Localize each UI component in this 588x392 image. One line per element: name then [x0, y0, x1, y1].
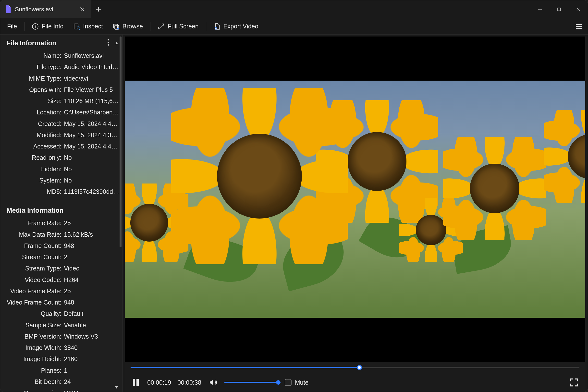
fullscreen-button[interactable]: Full Screen: [153, 21, 203, 32]
info-value: Variable: [64, 321, 120, 330]
info-value: 15.62 kB/s: [64, 230, 120, 239]
info-key: Frame Rate:: [0, 218, 62, 227]
info-value: May 15, 2024 4:40 PM: [64, 142, 120, 151]
maximize-button[interactable]: [550, 0, 569, 18]
letterbox: [125, 36, 585, 80]
video-content: [125, 80, 585, 318]
info-row: Image Width:3840: [0, 342, 122, 353]
info-value: Windows V3: [64, 332, 120, 341]
info-key: Compression:: [0, 388, 62, 392]
file-info-button[interactable]: File Info: [28, 21, 68, 32]
info-value: May 15, 2024 4:40 PM: [64, 119, 120, 128]
inspect-button[interactable]: Inspect: [69, 21, 107, 32]
player-controls: 00:00:19 00:00:38 Mute: [125, 373, 585, 392]
document-tab[interactable]: Sunflowers.avi: [0, 0, 91, 18]
info-key: Sample Size:: [0, 321, 62, 330]
volume-icon[interactable]: [208, 377, 218, 388]
close-button[interactable]: [569, 0, 588, 18]
info-key: Read-only:: [0, 153, 62, 162]
info-key: MIME Type:: [0, 74, 62, 83]
svg-point-11: [108, 42, 109, 43]
info-key: File type:: [0, 62, 62, 71]
titlebar: Sunflowers.avi: [0, 0, 588, 18]
info-row: Modified:May 15, 2024 4:39 PM: [0, 129, 122, 141]
info-key: Image Width:: [0, 343, 62, 352]
info-value: Sunflowers.avi: [64, 51, 120, 60]
info-row: Planes:1: [0, 365, 122, 376]
current-time: 00:00:19: [147, 379, 171, 386]
info-row: MD5:1113f57c42390dd1be811…: [0, 186, 122, 197]
section-title: Media Information: [6, 207, 64, 214]
info-key: Hidden:: [0, 165, 62, 174]
seek-handle[interactable]: [357, 365, 362, 370]
export-icon: [214, 23, 220, 30]
volume-fill: [224, 382, 278, 383]
info-key: Modified:: [0, 130, 62, 140]
seek-bar[interactable]: [130, 367, 580, 368]
info-row: Quality:Default: [0, 308, 122, 319]
info-row: Hidden:No: [0, 164, 122, 175]
info-row: Bit Depth:24: [0, 376, 122, 387]
toolbar-separator: [206, 22, 206, 31]
file-rows: Name:Sunflowers.aviFile type:Audio Video…: [0, 50, 122, 197]
new-tab-button[interactable]: [91, 0, 106, 18]
info-key: Video Frame Rate:: [0, 287, 62, 296]
info-value: No: [64, 165, 120, 174]
volume-handle[interactable]: [276, 380, 280, 385]
mute-control[interactable]: Mute: [285, 379, 309, 386]
expand-fullscreen-button[interactable]: [569, 377, 580, 388]
info-key: Name:: [0, 51, 62, 60]
svg-rect-13: [133, 379, 135, 386]
file-information-section: File Information Name:Sunflowers.aviFile…: [0, 34, 122, 202]
menu-button[interactable]: [572, 24, 585, 29]
tab-close-button[interactable]: [79, 6, 86, 13]
info-row: Video Frame Rate:25: [0, 286, 122, 297]
scroll-up-icon[interactable]: [115, 40, 118, 47]
info-value: Audio Video Interleave Fil…: [64, 62, 120, 71]
info-key: Created:: [0, 119, 62, 128]
more-icon[interactable]: [107, 39, 109, 48]
svg-rect-0: [558, 8, 560, 11]
minimize-button[interactable]: [530, 0, 550, 18]
info-value: 25: [64, 218, 120, 227]
info-value: No: [64, 176, 120, 185]
info-value: 24: [64, 377, 120, 386]
fullscreen-label: Full Screen: [168, 23, 198, 30]
info-row: Frame Rate:25: [0, 217, 122, 228]
info-row: MIME Type:video/avi: [0, 73, 122, 84]
volume-slider[interactable]: [224, 382, 278, 383]
info-row: Size:110.26 MB (115,618,362 b…: [0, 95, 122, 106]
duration-time: 00:00:38: [178, 379, 201, 386]
browse-button[interactable]: Browse: [108, 21, 147, 32]
info-key: Max Data Rate:: [0, 230, 62, 239]
svg-point-12: [108, 44, 109, 46]
info-row: System:No: [0, 175, 122, 186]
info-value: File Viewer Plus 5: [64, 85, 120, 94]
info-value: 1113f57c42390dd1be811…: [64, 187, 120, 196]
video-viewer: 00:00:19 00:00:38 Mute: [125, 36, 585, 392]
sidebar-scrollbar[interactable]: [120, 36, 122, 388]
file-menu[interactable]: File: [3, 21, 21, 32]
pause-button[interactable]: [130, 377, 141, 388]
tab-title: Sunflowers.avi: [15, 6, 76, 13]
info-row: Opens with:File Viewer Plus 5: [0, 84, 122, 95]
scroll-down-icon[interactable]: [115, 384, 118, 391]
info-row: Video Codec:H264: [0, 274, 122, 286]
video-frame[interactable]: [125, 36, 585, 362]
info-row: Sample Size:Variable: [0, 320, 122, 331]
info-value: H264: [64, 388, 120, 392]
window-controls: [530, 0, 588, 18]
export-video-button[interactable]: Export Video: [209, 21, 263, 32]
svg-rect-4: [74, 24, 78, 29]
info-value: 948: [64, 298, 120, 307]
info-value: No: [64, 153, 120, 162]
info-value: Video: [64, 264, 120, 273]
info-row: Accessed:May 15, 2024 4:40 PM: [0, 141, 122, 152]
file-info-label: File Info: [42, 23, 64, 30]
svg-point-2: [35, 25, 36, 26]
mute-checkbox[interactable]: [285, 379, 292, 386]
info-key: Frame Count:: [0, 241, 62, 250]
info-key: System:: [0, 176, 62, 185]
toolbar-separator: [24, 22, 24, 31]
info-key: Accessed:: [0, 142, 62, 151]
